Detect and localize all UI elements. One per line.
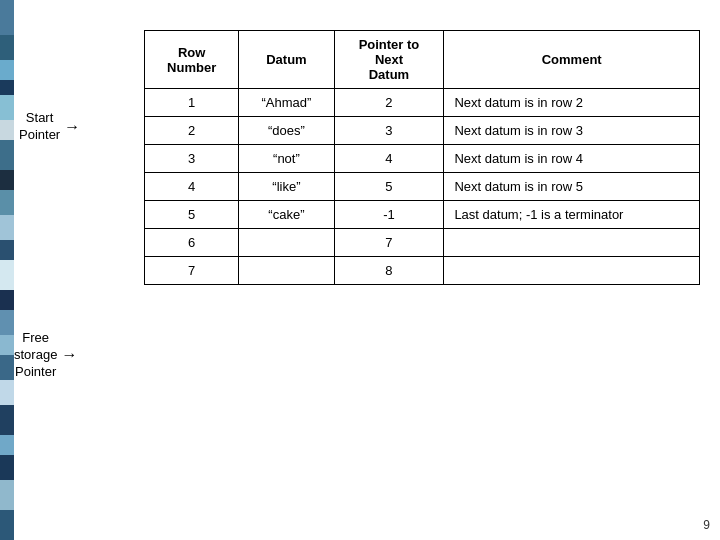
cell-datum: “like”: [239, 173, 334, 201]
color-block: [0, 35, 14, 60]
cell-row-number: 1: [145, 89, 239, 117]
start-pointer-label: StartPointer →: [19, 110, 80, 144]
cell-datum: “does”: [239, 117, 334, 145]
table-row: 2“does”3Next datum is in row 3: [145, 117, 700, 145]
color-block: [0, 240, 14, 260]
cell-comment: [444, 257, 700, 285]
start-pointer-text: StartPointer: [19, 110, 60, 144]
color-block: [0, 405, 14, 435]
main-content: StartPointer → FreestoragePointer → RowN…: [14, 0, 720, 540]
table-row: 1“Ahmad”2Next datum is in row 2: [145, 89, 700, 117]
color-block: [0, 355, 14, 380]
cell-datum: “cake”: [239, 201, 334, 229]
color-block: [0, 380, 14, 405]
table-row: 67: [145, 229, 700, 257]
col-header-pointer: Pointer toNextDatum: [334, 31, 444, 89]
cell-datum: [239, 229, 334, 257]
cell-datum: [239, 257, 334, 285]
cell-row-number: 6: [145, 229, 239, 257]
color-block: [0, 215, 14, 240]
color-block: [0, 455, 14, 480]
color-block: [0, 335, 14, 355]
table-row: 3“not”4Next datum is in row 4: [145, 145, 700, 173]
cell-row-number: 7: [145, 257, 239, 285]
cell-comment: Next datum is in row 3: [444, 117, 700, 145]
cell-datum: “Ahmad”: [239, 89, 334, 117]
cell-datum: “not”: [239, 145, 334, 173]
table-row: 78: [145, 257, 700, 285]
color-block: [0, 480, 14, 510]
cell-row-number: 3: [145, 145, 239, 173]
col-header-datum: Datum: [239, 31, 334, 89]
cell-pointer: 2: [334, 89, 444, 117]
cell-pointer: -1: [334, 201, 444, 229]
color-block: [0, 190, 14, 215]
cell-pointer: 5: [334, 173, 444, 201]
start-pointer-arrow: →: [64, 118, 80, 136]
free-storage-pointer-arrow: →: [61, 346, 77, 364]
cell-pointer: 8: [334, 257, 444, 285]
cell-row-number: 2: [145, 117, 239, 145]
cell-comment: Last datum; -1 is a terminator: [444, 201, 700, 229]
color-block: [0, 120, 14, 140]
cell-row-number: 5: [145, 201, 239, 229]
color-block: [0, 260, 14, 290]
color-strip: [0, 0, 14, 540]
cell-comment: [444, 229, 700, 257]
free-storage-pointer-text: FreestoragePointer: [14, 330, 57, 381]
color-block: [0, 0, 14, 35]
cell-pointer: 4: [334, 145, 444, 173]
color-block: [0, 290, 14, 310]
color-block: [0, 310, 14, 335]
free-storage-pointer-label: FreestoragePointer →: [14, 330, 77, 381]
color-block: [0, 80, 14, 95]
col-header-row-number: RowNumber: [145, 31, 239, 89]
data-table: RowNumber Datum Pointer toNextDatum Comm…: [144, 30, 700, 285]
cell-comment: Next datum is in row 4: [444, 145, 700, 173]
table-area: RowNumber Datum Pointer toNextDatum Comm…: [144, 0, 720, 540]
table-row: 4“like”5Next datum is in row 5: [145, 173, 700, 201]
table-row: 5“cake”-1Last datum; -1 is a terminator: [145, 201, 700, 229]
sidebar: StartPointer → FreestoragePointer →: [14, 0, 144, 540]
color-block: [0, 140, 14, 170]
color-block: [0, 60, 14, 80]
cell-row-number: 4: [145, 173, 239, 201]
cell-pointer: 3: [334, 117, 444, 145]
color-block: [0, 435, 14, 455]
color-block: [0, 95, 14, 120]
col-header-comment: Comment: [444, 31, 700, 89]
color-block: [0, 510, 14, 540]
color-block: [0, 170, 14, 190]
cell-comment: Next datum is in row 5: [444, 173, 700, 201]
page-number: 9: [703, 518, 710, 532]
cell-comment: Next datum is in row 2: [444, 89, 700, 117]
cell-pointer: 7: [334, 229, 444, 257]
